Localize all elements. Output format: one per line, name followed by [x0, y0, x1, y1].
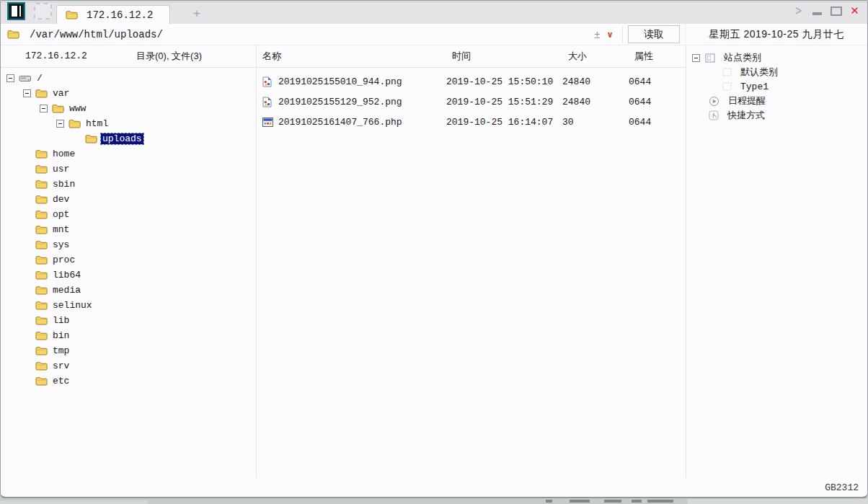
- tree-item-label: media: [51, 285, 82, 296]
- app-logo-icon[interactable]: [7, 2, 25, 20]
- file-row[interactable]: 20191025155010_944.png2019-10-25 15:50:1…: [257, 71, 686, 92]
- tree-item-label: lib64: [51, 270, 82, 280]
- tree-item-label: /: [35, 73, 44, 84]
- file-row[interactable]: 20191025155129_952.png2019-10-25 15:51:2…: [257, 92, 686, 112]
- folder-icon: [35, 376, 48, 386]
- expand-toggle-icon[interactable]: [56, 120, 64, 128]
- expand-slot: [56, 120, 68, 128]
- file-time: 2019-10-25 16:14:07: [446, 117, 562, 128]
- tree-item-dev[interactable]: dev: [1, 192, 256, 207]
- folder-icon: [35, 286, 48, 295]
- file-name[interactable]: 20191025155129_952.png: [278, 97, 446, 107]
- column-size[interactable]: 大小: [568, 45, 587, 67]
- column-attr[interactable]: 属性: [634, 45, 653, 67]
- tab-host[interactable]: 172.16.12.2: [56, 5, 170, 25]
- tree-item-label: var: [51, 88, 71, 99]
- expand-chevron-button[interactable]: >: [792, 4, 805, 17]
- file-size: 30: [562, 117, 629, 128]
- tree-item-srv[interactable]: srv: [1, 358, 256, 373]
- file-attr: 0644: [629, 97, 651, 107]
- tree-item-media[interactable]: media: [1, 283, 256, 298]
- column-time[interactable]: 时间: [452, 45, 471, 67]
- tree-item-root[interactable]: /: [1, 71, 256, 86]
- site-tree: 站点类别默认类别Type1日程提醒快捷方式: [686, 50, 867, 123]
- file-name[interactable]: 20191025155010_944.png: [278, 76, 446, 87]
- ghost-square-icon: [722, 82, 732, 91]
- column-name[interactable]: 名称: [262, 45, 281, 67]
- file-list: 20191025155010_944.png2019-10-25 15:50:1…: [257, 68, 686, 132]
- site-tree-item-label: 默认类别: [740, 66, 778, 79]
- dir-file-counts: 目录(0), 文件(3): [136, 45, 202, 67]
- window-controls: > ✕: [792, 4, 862, 17]
- dropdown-arrow-icon[interactable]: ∨: [606, 30, 614, 40]
- expand-toggle-icon[interactable]: [40, 105, 48, 112]
- image-file-icon: [262, 76, 278, 87]
- folder-icon: [7, 30, 19, 39]
- tree-item-home[interactable]: home: [1, 146, 256, 162]
- file-row[interactable]: 20191025161407_766.php2019-10-25 16:14:0…: [257, 112, 686, 132]
- tree-item-etc[interactable]: etc: [1, 373, 256, 389]
- file-time: 2019-10-25 15:50:10: [446, 76, 562, 87]
- schedule-icon: [709, 96, 719, 107]
- tree-item-label: dev: [51, 194, 71, 205]
- tree-item-usr[interactable]: usr: [1, 162, 256, 177]
- tree-item-label: html: [84, 118, 110, 129]
- folder-icon: [35, 331, 48, 340]
- php-file-icon: [262, 118, 278, 127]
- tree-item-mnt[interactable]: mnt: [1, 222, 256, 237]
- site-tree-item-default-category[interactable]: 默认类别: [686, 65, 867, 79]
- file-name[interactable]: 20191025161407_766.php: [278, 117, 446, 128]
- tree-item-lib64[interactable]: lib64: [1, 268, 256, 283]
- read-button[interactable]: 读取: [628, 25, 680, 43]
- tree-item-opt[interactable]: opt: [1, 207, 256, 222]
- folder-icon: [35, 301, 48, 310]
- tree-item-label: opt: [51, 209, 71, 220]
- tree-item-label: uploads: [101, 133, 143, 144]
- tree-item-label: tmp: [51, 345, 71, 356]
- site-tree-item-type1[interactable]: Type1: [686, 79, 867, 94]
- tree-item-label: bin: [51, 330, 71, 341]
- file-size: 24840: [562, 97, 629, 107]
- close-button[interactable]: ✕: [848, 4, 862, 17]
- site-tree-item-shortcuts[interactable]: 快捷方式: [686, 108, 867, 123]
- tree-item-lib[interactable]: lib: [1, 313, 256, 328]
- tree-item-www[interactable]: www: [1, 101, 256, 116]
- expand-toggle-icon[interactable]: [6, 74, 14, 82]
- folder-icon: [35, 255, 48, 265]
- site-tree-item-label: 日程提醒: [728, 94, 766, 107]
- tree-item-html[interactable]: html: [1, 116, 256, 131]
- tree-item-label: proc: [51, 255, 76, 265]
- folder-icon: [35, 89, 48, 98]
- expand-toggle-icon[interactable]: [23, 89, 31, 97]
- tree-item-var[interactable]: var: [1, 86, 256, 101]
- folder-icon: [52, 104, 64, 113]
- folder-icon: [35, 361, 48, 371]
- tree-item-sys[interactable]: sys: [1, 237, 256, 252]
- folder-icon: [35, 270, 48, 280]
- directory-tree: /varwwwhtmluploadshomeusrsbindevoptmntsy…: [1, 68, 256, 389]
- folder-icon: [35, 195, 48, 204]
- site-tree-item-site-category[interactable]: 站点类别: [686, 50, 867, 65]
- tree-item-tmp[interactable]: tmp: [1, 343, 256, 358]
- site-tree-item-schedule-reminder[interactable]: 日程提醒: [686, 94, 867, 108]
- maximize-button[interactable]: [829, 4, 843, 17]
- directory-panel-header: 172.16.12.2 目录(0), 文件(3): [1, 45, 256, 68]
- ghost-tab-icon[interactable]: [34, 3, 52, 19]
- tree-item-selinux[interactable]: selinux: [1, 298, 256, 313]
- tree-item-label: usr: [51, 164, 71, 174]
- folder-icon: [35, 210, 48, 219]
- minimize-button[interactable]: [810, 4, 824, 17]
- tree-item-bin[interactable]: bin: [1, 328, 256, 343]
- tree-item-uploads[interactable]: uploads: [1, 131, 256, 146]
- file-time: 2019-10-25 15:51:29: [446, 97, 562, 107]
- host-label: 172.16.12.2: [25, 45, 87, 67]
- tree-item-proc[interactable]: proc: [1, 252, 256, 268]
- new-tab-button[interactable]: +: [193, 10, 200, 17]
- plus-minus-control[interactable]: ±: [595, 29, 601, 40]
- path-input[interactable]: /var/www/html/uploads/: [30, 29, 163, 40]
- folder-icon: [35, 180, 48, 189]
- site-panel: 站点类别默认类别Type1日程提醒快捷方式: [686, 45, 867, 478]
- app-window: 172.16.12.2 + > ✕ /var/www/html/uploads/…: [0, 0, 868, 499]
- tree-item-sbin[interactable]: sbin: [1, 177, 256, 192]
- expand-toggle-icon[interactable]: [692, 54, 700, 62]
